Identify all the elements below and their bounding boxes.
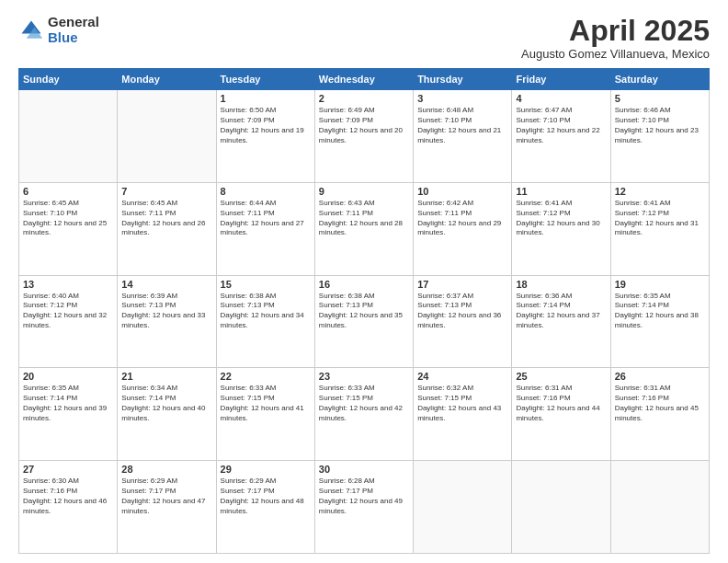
day-header-friday: Friday [512, 69, 610, 90]
calendar-week-5: 27Sunrise: 6:30 AM Sunset: 7:16 PM Dayli… [19, 461, 710, 554]
cell-info: Sunrise: 6:28 AM Sunset: 7:17 PM Dayligh… [319, 477, 409, 516]
calendar-cell: 5Sunrise: 6:46 AM Sunset: 7:10 PM Daylig… [610, 90, 709, 183]
month-title: April 2025 [521, 15, 710, 47]
logo: General Blue [18, 15, 99, 45]
cell-info: Sunrise: 6:29 AM Sunset: 7:17 PM Dayligh… [221, 477, 311, 516]
cell-info: Sunrise: 6:29 AM Sunset: 7:17 PM Dayligh… [121, 477, 211, 516]
day-number: 27 [23, 464, 113, 475]
day-header-monday: Monday [118, 69, 216, 90]
calendar-cell: 30Sunrise: 6:28 AM Sunset: 7:17 PM Dayli… [314, 461, 413, 554]
day-number: 23 [319, 371, 409, 382]
day-number: 4 [516, 93, 606, 104]
day-number: 18 [516, 279, 606, 290]
cell-info: Sunrise: 6:31 AM Sunset: 7:16 PM Dayligh… [615, 384, 705, 423]
cell-info: Sunrise: 6:32 AM Sunset: 7:15 PM Dayligh… [417, 384, 507, 423]
title-block: April 2025 Augusto Gomez Villanueva, Mex… [521, 15, 710, 61]
day-number: 2 [319, 93, 409, 104]
calendar-cell: 7Sunrise: 6:45 AM Sunset: 7:11 PM Daylig… [118, 182, 216, 275]
calendar-cell: 24Sunrise: 6:32 AM Sunset: 7:15 PM Dayli… [414, 368, 512, 461]
cell-info: Sunrise: 6:49 AM Sunset: 7:09 PM Dayligh… [319, 106, 409, 145]
calendar-cell: 15Sunrise: 6:38 AM Sunset: 7:13 PM Dayli… [216, 275, 314, 368]
cell-info: Sunrise: 6:36 AM Sunset: 7:14 PM Dayligh… [516, 292, 606, 331]
day-number: 6 [23, 186, 113, 197]
day-number: 8 [221, 186, 311, 197]
subtitle: Augusto Gomez Villanueva, Mexico [521, 47, 710, 61]
logo-general: General [48, 15, 99, 30]
day-number: 14 [121, 279, 211, 290]
calendar-cell: 18Sunrise: 6:36 AM Sunset: 7:14 PM Dayli… [512, 275, 610, 368]
calendar-cell [118, 90, 216, 183]
cell-info: Sunrise: 6:41 AM Sunset: 7:12 PM Dayligh… [516, 199, 606, 238]
cell-info: Sunrise: 6:48 AM Sunset: 7:10 PM Dayligh… [417, 106, 507, 145]
cell-info: Sunrise: 6:35 AM Sunset: 7:14 PM Dayligh… [615, 292, 705, 331]
cell-info: Sunrise: 6:42 AM Sunset: 7:11 PM Dayligh… [417, 199, 507, 238]
calendar-week-2: 6Sunrise: 6:45 AM Sunset: 7:10 PM Daylig… [19, 182, 710, 275]
cell-info: Sunrise: 6:39 AM Sunset: 7:13 PM Dayligh… [121, 292, 211, 331]
cell-info: Sunrise: 6:50 AM Sunset: 7:09 PM Dayligh… [221, 106, 311, 145]
calendar-cell [610, 461, 709, 554]
calendar-cell: 22Sunrise: 6:33 AM Sunset: 7:15 PM Dayli… [216, 368, 314, 461]
calendar-cell: 25Sunrise: 6:31 AM Sunset: 7:16 PM Dayli… [512, 368, 610, 461]
calendar-cell: 9Sunrise: 6:43 AM Sunset: 7:11 PM Daylig… [314, 182, 413, 275]
logo-text: General Blue [48, 15, 99, 45]
calendar-cell: 17Sunrise: 6:37 AM Sunset: 7:13 PM Dayli… [414, 275, 512, 368]
calendar-cell: 3Sunrise: 6:48 AM Sunset: 7:10 PM Daylig… [414, 90, 512, 183]
cell-info: Sunrise: 6:44 AM Sunset: 7:11 PM Dayligh… [221, 199, 311, 238]
calendar-cell: 16Sunrise: 6:38 AM Sunset: 7:13 PM Dayli… [314, 275, 413, 368]
calendar-cell [414, 461, 512, 554]
calendar-cell: 14Sunrise: 6:39 AM Sunset: 7:13 PM Dayli… [118, 275, 216, 368]
cell-info: Sunrise: 6:38 AM Sunset: 7:13 PM Dayligh… [319, 292, 409, 331]
day-number: 5 [615, 93, 705, 104]
day-number: 29 [221, 464, 311, 475]
day-number: 7 [121, 186, 211, 197]
cell-info: Sunrise: 6:41 AM Sunset: 7:12 PM Dayligh… [615, 199, 705, 238]
calendar-cell: 10Sunrise: 6:42 AM Sunset: 7:11 PM Dayli… [414, 182, 512, 275]
calendar-cell: 8Sunrise: 6:44 AM Sunset: 7:11 PM Daylig… [216, 182, 314, 275]
cell-info: Sunrise: 6:34 AM Sunset: 7:14 PM Dayligh… [121, 384, 211, 423]
day-number: 26 [615, 371, 705, 382]
header: General Blue April 2025 Augusto Gomez Vi… [18, 15, 710, 61]
calendar-cell: 6Sunrise: 6:45 AM Sunset: 7:10 PM Daylig… [19, 182, 118, 275]
day-header-sunday: Sunday [19, 69, 118, 90]
day-number: 25 [516, 371, 606, 382]
day-number: 30 [319, 464, 409, 475]
day-header-saturday: Saturday [610, 69, 709, 90]
calendar-cell [19, 90, 118, 183]
cell-info: Sunrise: 6:37 AM Sunset: 7:13 PM Dayligh… [417, 292, 507, 331]
day-number: 28 [121, 464, 211, 475]
calendar-cell: 23Sunrise: 6:33 AM Sunset: 7:15 PM Dayli… [314, 368, 413, 461]
day-number: 15 [221, 279, 311, 290]
day-number: 13 [23, 279, 113, 290]
cell-info: Sunrise: 6:47 AM Sunset: 7:10 PM Dayligh… [516, 106, 606, 145]
calendar-cell: 21Sunrise: 6:34 AM Sunset: 7:14 PM Dayli… [118, 368, 216, 461]
day-number: 11 [516, 186, 606, 197]
day-number: 1 [221, 93, 311, 104]
calendar-cell: 11Sunrise: 6:41 AM Sunset: 7:12 PM Dayli… [512, 182, 610, 275]
cell-info: Sunrise: 6:43 AM Sunset: 7:11 PM Dayligh… [319, 199, 409, 238]
day-number: 20 [23, 371, 113, 382]
calendar-table: SundayMondayTuesdayWednesdayThursdayFrid… [18, 68, 710, 554]
cell-info: Sunrise: 6:30 AM Sunset: 7:16 PM Dayligh… [23, 477, 113, 516]
page: General Blue April 2025 Augusto Gomez Vi… [0, 0, 728, 563]
day-header-tuesday: Tuesday [216, 69, 314, 90]
calendar-header-row: SundayMondayTuesdayWednesdayThursdayFrid… [19, 69, 710, 90]
calendar-cell: 26Sunrise: 6:31 AM Sunset: 7:16 PM Dayli… [610, 368, 709, 461]
day-number: 24 [417, 371, 507, 382]
calendar-week-3: 13Sunrise: 6:40 AM Sunset: 7:12 PM Dayli… [19, 275, 710, 368]
calendar-cell: 29Sunrise: 6:29 AM Sunset: 7:17 PM Dayli… [216, 461, 314, 554]
calendar-cell [512, 461, 610, 554]
calendar-cell: 2Sunrise: 6:49 AM Sunset: 7:09 PM Daylig… [314, 90, 413, 183]
day-number: 22 [221, 371, 311, 382]
cell-info: Sunrise: 6:31 AM Sunset: 7:16 PM Dayligh… [516, 384, 606, 423]
logo-blue: Blue [48, 30, 99, 46]
day-number: 12 [615, 186, 705, 197]
calendar-cell: 28Sunrise: 6:29 AM Sunset: 7:17 PM Dayli… [118, 461, 216, 554]
cell-info: Sunrise: 6:33 AM Sunset: 7:15 PM Dayligh… [319, 384, 409, 423]
day-number: 9 [319, 186, 409, 197]
day-header-wednesday: Wednesday [314, 69, 413, 90]
calendar-cell: 19Sunrise: 6:35 AM Sunset: 7:14 PM Dayli… [610, 275, 709, 368]
calendar-cell: 4Sunrise: 6:47 AM Sunset: 7:10 PM Daylig… [512, 90, 610, 183]
day-header-thursday: Thursday [414, 69, 512, 90]
day-number: 16 [319, 279, 409, 290]
day-number: 10 [417, 186, 507, 197]
